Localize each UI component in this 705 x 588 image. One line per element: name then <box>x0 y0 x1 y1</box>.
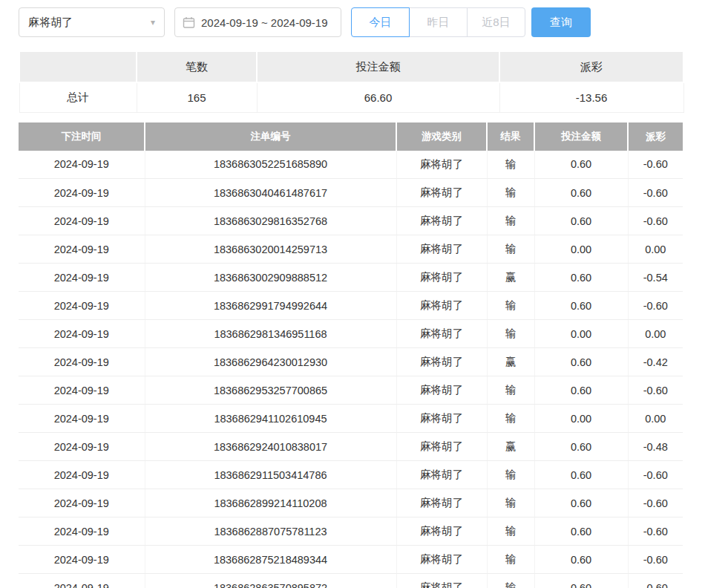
order-id-cell: 1836862899214110208 <box>145 489 396 517</box>
result-cell: 输 <box>487 376 534 405</box>
summary-header-empty <box>19 51 137 82</box>
game-type-cell: 麻将胡了 <box>396 264 487 292</box>
game-type-cell: 麻将胡了 <box>396 433 487 461</box>
calendar-icon <box>183 16 195 29</box>
date-range-value: 2024-09-19 ~ 2024-09-19 <box>201 16 328 29</box>
table-row: 2024-09-191836862941102610945麻将胡了输0.000.… <box>19 405 683 433</box>
yesterday-button[interactable]: 昨日 <box>409 7 468 37</box>
order-id-cell: 1836863052251685890 <box>145 151 396 179</box>
order-id-cell: 1836862981346951168 <box>145 320 396 348</box>
table-row: 2024-09-191836862899214110208麻将胡了输0.60-0… <box>19 489 683 517</box>
bet-time-cell: 2024-09-19 <box>19 179 145 207</box>
payout-cell: -0.54 <box>628 264 683 292</box>
bet-records-page: 麻将胡了 ▾ 2024-09-19 ~ 2024-09-19 今日 昨日 近8日… <box>0 0 705 588</box>
payout-cell: -0.60 <box>628 292 683 320</box>
payout-cell: 0.00 <box>628 405 683 433</box>
payout-cell: -0.60 <box>628 517 683 546</box>
column-header: 游戏类别 <box>396 122 487 151</box>
bet-amount-cell: 0.00 <box>534 320 628 348</box>
table-row: 2024-09-191836862981346951168麻将胡了输0.000.… <box>19 320 683 348</box>
order-id-cell: 1836862924010838017 <box>145 433 396 461</box>
total-bet-amount: 66.60 <box>257 82 499 112</box>
result-cell: 输 <box>487 292 534 320</box>
date-range-input[interactable]: 2024-09-19 ~ 2024-09-19 <box>174 7 341 37</box>
bet-time-cell: 2024-09-19 <box>19 461 145 489</box>
bet-amount-cell: 0.60 <box>534 292 628 320</box>
summary-header-row: 笔数 投注金额 派彩 <box>19 51 683 82</box>
bet-amount-cell: 0.60 <box>534 151 628 179</box>
bet-time-cell: 2024-09-19 <box>19 405 145 433</box>
order-id-cell: 1836862911503414786 <box>145 461 396 489</box>
total-payout: -13.56 <box>499 82 683 112</box>
payout-cell: -0.60 <box>628 489 683 517</box>
today-button[interactable]: 今日 <box>351 7 410 37</box>
result-cell: 输 <box>487 574 534 588</box>
payout-cell: 0.00 <box>628 320 683 348</box>
result-cell: 输 <box>487 320 534 348</box>
result-cell: 输 <box>487 179 534 207</box>
payout-cell: -0.60 <box>628 546 683 574</box>
payout-cell: 0.00 <box>628 235 683 264</box>
bet-time-cell: 2024-09-19 <box>19 489 145 517</box>
game-type-cell: 麻将胡了 <box>396 489 487 517</box>
table-row: 2024-09-191836862911503414786麻将胡了输0.60-0… <box>19 461 683 489</box>
summary-table: 笔数 投注金额 派彩 总计 165 66.60 -13.56 <box>19 50 684 113</box>
result-cell: 输 <box>487 235 534 264</box>
table-row: 2024-09-191836863040461487617麻将胡了输0.60-0… <box>19 179 683 207</box>
summary-header-count: 笔数 <box>137 51 257 82</box>
game-type-cell: 麻将胡了 <box>396 546 487 574</box>
table-row: 2024-09-191836863052251685890麻将胡了输0.60-0… <box>19 151 683 179</box>
bet-amount-cell: 0.00 <box>534 405 628 433</box>
result-cell: 输 <box>487 546 534 574</box>
bet-amount-cell: 0.60 <box>534 461 628 489</box>
game-type-cell: 麻将胡了 <box>396 517 487 546</box>
bet-time-cell: 2024-09-19 <box>19 433 145 461</box>
bet-amount-cell: 0.60 <box>534 517 628 546</box>
bet-amount-cell: 0.00 <box>534 235 628 264</box>
payout-cell: -0.60 <box>628 151 683 179</box>
table-row: 2024-09-191836862924010838017麻将胡了赢0.60-0… <box>19 433 683 461</box>
game-type-cell: 麻将胡了 <box>396 348 487 376</box>
result-cell: 输 <box>487 461 534 489</box>
total-count: 165 <box>137 82 257 112</box>
bet-amount-cell: 0.60 <box>534 348 628 376</box>
last-8-days-button[interactable]: 近8日 <box>467 7 525 37</box>
game-type-cell: 麻将胡了 <box>396 461 487 489</box>
order-id-cell: 1836862875218489344 <box>145 546 396 574</box>
game-type-cell: 麻将胡了 <box>396 207 487 235</box>
game-select[interactable]: 麻将胡了 ▾ <box>19 7 165 37</box>
game-type-cell: 麻将胡了 <box>396 235 487 264</box>
table-row: 2024-09-191836863002909888512麻将胡了赢0.60-0… <box>19 264 683 292</box>
table-row: 2024-09-191836862875218489344麻将胡了输0.60-0… <box>19 546 683 574</box>
payout-cell: -0.60 <box>628 179 683 207</box>
table-row: 2024-09-191836863020014259713麻将胡了输0.000.… <box>19 235 683 264</box>
column-header: 派彩 <box>628 122 683 151</box>
total-label: 总计 <box>19 82 137 112</box>
column-header: 投注金额 <box>534 122 628 151</box>
order-id-cell: 1836862991794992644 <box>145 292 396 320</box>
summary-total-row: 总计 165 66.60 -13.56 <box>19 82 683 112</box>
bet-time-cell: 2024-09-19 <box>19 320 145 348</box>
order-id-cell: 1836863040461487617 <box>145 179 396 207</box>
bet-time-cell: 2024-09-19 <box>19 517 145 546</box>
result-cell: 输 <box>487 151 534 179</box>
column-header: 注单编号 <box>145 122 396 151</box>
bet-time-cell: 2024-09-19 <box>19 376 145 405</box>
payout-cell: -0.60 <box>628 461 683 489</box>
payout-cell: -0.48 <box>628 433 683 461</box>
game-type-cell: 麻将胡了 <box>396 179 487 207</box>
game-type-cell: 麻将胡了 <box>396 151 487 179</box>
result-cell: 赢 <box>487 264 534 292</box>
result-cell: 输 <box>487 517 534 546</box>
order-id-cell: 1836862887075781123 <box>145 517 396 546</box>
query-button[interactable]: 查询 <box>531 7 591 37</box>
column-header: 下注时间 <box>19 122 145 151</box>
table-row: 2024-09-191836862887075781123麻将胡了输0.60-0… <box>19 517 683 546</box>
bet-amount-cell: 0.60 <box>534 264 628 292</box>
table-row: 2024-09-191836862964230012930麻将胡了赢0.60-0… <box>19 348 683 376</box>
order-id-cell: 1836863020014259713 <box>145 235 396 264</box>
game-type-cell: 麻将胡了 <box>396 405 487 433</box>
bet-table-head-row: 下注时间注单编号游戏类别结果投注金额派彩 <box>19 122 683 151</box>
payout-cell: -0.42 <box>628 348 683 376</box>
payout-cell: -0.60 <box>628 574 683 588</box>
